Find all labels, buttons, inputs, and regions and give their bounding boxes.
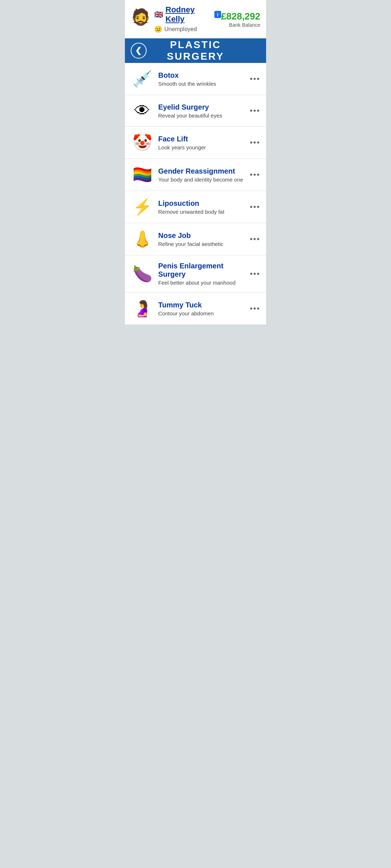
procedure-title: Eyelid Surgery: [158, 103, 247, 111]
list-item[interactable]: 🏳️‍🌈 Gender Reassignment Your body and i…: [125, 159, 266, 191]
procedure-description: Look years younger: [158, 144, 247, 150]
header-left: 🧔 🇬🇧 Rodney Kelly i 😐 Unemployed: [131, 5, 221, 33]
procedure-description: Reveal your beautiful eyes: [158, 112, 247, 119]
procedure-emoji: 🏳️‍🌈: [131, 165, 154, 184]
player-name[interactable]: Rodney Kelly: [165, 5, 212, 24]
list-item[interactable]: 🤰 Tummy Tuck Contour your abdomen •••: [125, 293, 266, 324]
back-arrow-icon: ❮: [135, 46, 142, 55]
more-options-icon[interactable]: •••: [247, 106, 260, 115]
procedure-description: Feel better about your manhood: [158, 280, 247, 286]
list-item[interactable]: 👃 Nose Job Refine your facial aesthetic …: [125, 223, 266, 255]
procedure-text: Nose Job Refine your facial aesthetic: [154, 231, 247, 247]
bottom-area: [125, 324, 266, 415]
procedure-emoji: ⚡: [131, 197, 154, 216]
list-item[interactable]: 🍆 Penis Enlargement Surgery Feel better …: [125, 255, 266, 293]
status-row: 😐 Unemployed: [154, 25, 221, 33]
procedure-title: Tummy Tuck: [158, 301, 247, 309]
status-text: Unemployed: [164, 26, 197, 33]
more-options-icon[interactable]: •••: [247, 304, 260, 313]
balance-amount: £828,292: [221, 11, 260, 22]
more-options-icon[interactable]: •••: [247, 269, 260, 278]
procedure-description: Remove unwanted body fat: [158, 209, 247, 215]
info-badge[interactable]: i: [214, 11, 221, 18]
procedure-emoji: 👁: [131, 102, 154, 120]
header-info: 🇬🇧 Rodney Kelly i 😐 Unemployed: [154, 5, 221, 33]
back-button[interactable]: ❮: [131, 43, 147, 59]
more-options-icon[interactable]: •••: [247, 74, 260, 84]
list-item[interactable]: 👁 Eyelid Surgery Reveal your beautiful e…: [125, 95, 266, 127]
header-right: £828,292 Bank Balance: [221, 11, 260, 28]
procedure-title: Liposuction: [158, 199, 247, 208]
more-options-icon[interactable]: •••: [247, 170, 260, 179]
list-item[interactable]: 💉 Botox Smooth out the wrinkles •••: [125, 63, 266, 95]
procedure-text: Eyelid Surgery Reveal your beautiful eye…: [154, 103, 247, 119]
list-item[interactable]: 🤡 Face Lift Look years younger •••: [125, 127, 266, 159]
procedure-emoji: 💉: [131, 69, 154, 88]
flag-icon: 🇬🇧: [154, 10, 163, 19]
procedure-description: Smooth out the wrinkles: [158, 81, 247, 87]
procedure-text: Liposuction Remove unwanted body fat: [154, 199, 247, 215]
balance-label: Bank Balance: [221, 22, 260, 28]
header-name-row: 🇬🇧 Rodney Kelly i: [154, 5, 221, 24]
procedure-text: Botox Smooth out the wrinkles: [154, 71, 247, 87]
list-item[interactable]: ⚡ Liposuction Remove unwanted body fat •…: [125, 191, 266, 223]
procedure-title: Penis Enlargement Surgery: [158, 262, 247, 278]
procedure-description: Your body and identity become one: [158, 176, 247, 183]
procedure-description: Contour your abdomen: [158, 310, 247, 316]
procedures-list: 💉 Botox Smooth out the wrinkles ••• 👁 Ey…: [125, 63, 266, 324]
procedure-title: Botox: [158, 71, 247, 80]
procedure-text: Face Lift Look years younger: [154, 135, 247, 150]
procedure-emoji: 👃: [131, 230, 154, 248]
procedure-title: Gender Reassignment: [158, 167, 247, 175]
procedure-title: Face Lift: [158, 135, 247, 143]
banner-title: PLASTIC SURGERY: [147, 39, 244, 62]
procedure-emoji: 🤡: [131, 133, 154, 152]
procedure-text: Gender Reassignment Your body and identi…: [154, 167, 247, 183]
procedure-emoji: 🤰: [131, 299, 154, 318]
banner: ❮ PLASTIC SURGERY: [125, 38, 266, 63]
procedure-emoji: 🍆: [131, 264, 154, 283]
procedure-title: Nose Job: [158, 231, 247, 240]
more-options-icon[interactable]: •••: [247, 202, 260, 212]
avatar: 🧔: [131, 9, 151, 29]
procedure-description: Refine your facial aesthetic: [158, 241, 247, 247]
more-options-icon[interactable]: •••: [247, 138, 260, 147]
header: 🧔 🇬🇧 Rodney Kelly i 😐 Unemployed £828,29…: [125, 0, 266, 38]
procedure-text: Tummy Tuck Contour your abdomen: [154, 301, 247, 316]
more-options-icon[interactable]: •••: [247, 234, 260, 244]
procedure-text: Penis Enlargement Surgery Feel better ab…: [154, 262, 247, 286]
status-emoji: 😐: [154, 25, 162, 33]
